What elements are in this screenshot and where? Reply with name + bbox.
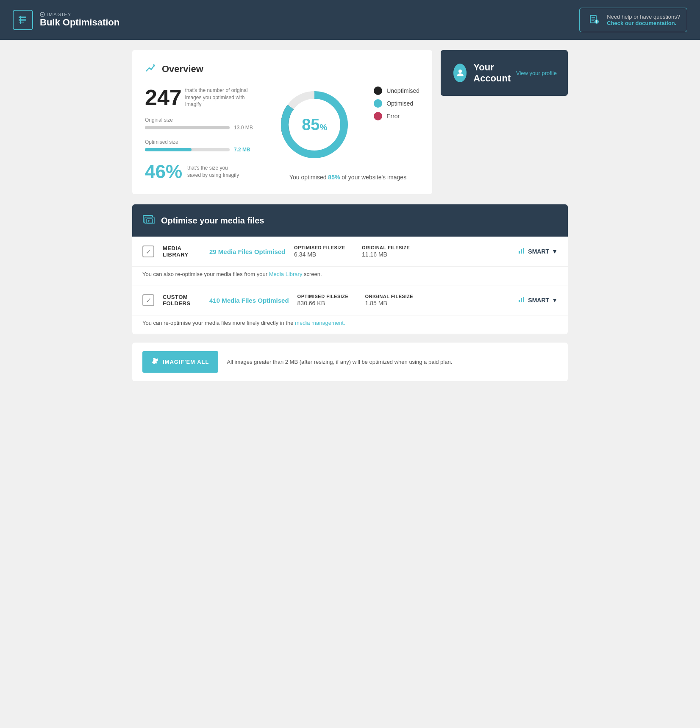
svg-rect-16 [519,300,520,302]
page-title: Bulk Optimisation [40,17,119,28]
gear-icon [152,358,158,366]
media-management-link[interactable]: media management. [295,320,345,326]
header-title-block: IMAGIFY Bulk Optimisation [40,12,119,28]
legend: Unoptimised Optimised Error [374,86,419,120]
account-avatar [453,64,467,82]
media-header: Optimise your media files [132,204,568,237]
svg-rect-14 [521,249,522,254]
bulk-optimisation-icon [13,10,33,30]
original-size-bar-fill [145,126,230,129]
account-card: Your Account View your profile [441,50,568,96]
media-library-link[interactable]: Media Library [269,271,303,277]
header-help-text: Need help or have questions? Check our d… [607,14,680,26]
original-size-section: Original size 13.0 MB [145,117,276,131]
account-left: Your Account [453,62,516,84]
optimised-size-value: 7.2 MB [234,147,250,153]
smart-dropdown-icon: ▼ [552,248,558,255]
svg-point-9 [458,70,462,73]
imagifem-bar: IMAGIF'EM ALL All images greater than 2 … [132,343,568,381]
svg-rect-0 [19,17,26,18]
custom-folders-orig-filesize: ORIGINAL FILESIZE 1.85 MB [365,294,425,307]
smart-dropdown-icon-2: ▼ [552,297,558,304]
media-library-orig-filesize: ORIGINAL FILESIZE 11.16 MB [362,245,421,258]
svg-rect-15 [523,248,524,254]
svg-rect-13 [519,251,520,254]
media-library-main: ✓ MEDIA LIBRARY 29 Media Files Optimised… [132,237,568,266]
account-title: Your Account [473,62,516,84]
images-count-row: 247 that's the number of original images… [145,86,276,109]
legend-label-error: Error [386,113,400,120]
smart-icon [518,247,525,256]
media-library-files-count: 29 Media Files Optimised [209,248,286,255]
optimised-size-label: Optimised size [145,139,276,145]
header-help: Need help or have questions? Check our d… [579,8,687,32]
custom-folders-name: CUSTOM FOLDERS [163,294,201,307]
legend-item-unoptimised: Unoptimised [374,86,419,95]
document-icon [586,12,602,28]
donut-chart: 85% [276,86,353,163]
chart-icon [145,62,157,76]
custom-folders-opt-filesize: OPTIMISED FILESIZE 830.66 KB [297,294,357,307]
header: IMAGIFY Bulk Optimisation Need help or h… [0,0,700,40]
original-size-label: Original size [145,117,276,123]
media-library-row: ✓ MEDIA LIBRARY 29 Media Files Optimised… [132,237,568,285]
svg-rect-18 [523,297,524,302]
custom-folders-main: ✓ CUSTOM FOLDERS 410 Media Files Optimis… [132,285,568,315]
optimised-dot [374,99,382,108]
custom-folders-files-count: 410 Media Files Optimised [209,297,289,304]
imagifem-desc: All images greater than 2 MB (after resi… [227,359,452,365]
svg-rect-17 [521,298,522,302]
images-count-desc: that's the number of original images you… [185,87,249,108]
media-section: Optimise your media files ✓ MEDIA LIBRAR… [132,204,568,334]
media-library-checkbox[interactable]: ✓ [142,245,154,257]
legend-label-unoptimised: Unoptimised [386,87,419,94]
custom-folders-row: ✓ CUSTOM FOLDERS 410 Media Files Optimis… [132,285,568,334]
original-size-bar-bg [145,126,230,129]
stats-left: 247 that's the number of original images… [145,86,276,182]
svg-rect-2 [19,22,24,23]
optimised-size-section: Optimised size 7.2 MB [145,139,276,153]
legend-item-error: Error [374,112,419,120]
optimised-size-bar-fill [145,148,192,151]
documentation-link[interactable]: Check our documentation. [607,20,680,26]
view-profile-link[interactable]: View your profile [516,70,557,76]
optimised-summary: You optimised 85% of your website's imag… [289,174,406,181]
overview-title-row: Overview [145,62,419,76]
media-library-name: MEDIA LIBRARY [163,245,201,258]
media-library-smart-button[interactable]: SMART ▼ [518,247,558,256]
saved-desc: that's the size you saved by using Imagi… [187,165,242,179]
custom-folders-sub: You can re-optimise your media files mor… [132,315,568,334]
overview-card: Overview 247 that's the number of origin… [132,50,432,194]
stats-right: 85% Unoptimised Optimised [276,86,419,181]
original-size-value: 13.0 MB [234,125,253,131]
imagifem-all-button[interactable]: IMAGIF'EM ALL [142,351,218,373]
media-library-sub: You can also re-optimise your media file… [132,266,568,285]
top-row: Overview 247 that's the number of origin… [132,50,568,194]
error-dot [374,112,382,120]
saved-percent-row: 46% that's the size you saved by using I… [145,161,276,182]
unoptimised-dot [374,86,382,95]
saved-percent: 46% [145,161,182,182]
chart-row: 85% Unoptimised Optimised [276,86,419,163]
legend-item-optimised: Optimised [374,99,419,108]
main-content: Overview 247 that's the number of origin… [125,40,575,391]
donut-percent: 85% [302,116,327,134]
legend-label-optimised: Optimised [386,100,413,107]
original-size-bar-row: 13.0 MB [145,125,276,131]
custom-folders-checkbox[interactable]: ✓ [142,294,154,306]
media-library-opt-filesize: OPTIMISED FILESIZE 6.34 MB [294,245,353,258]
media-section-title: Optimise your media files [161,216,264,226]
optimised-size-bar-bg [145,148,230,151]
overview-heading: Overview [162,64,203,75]
optimised-size-bar-row: 7.2 MB [145,147,276,153]
header-brand: IMAGIFY [40,12,119,17]
media-files-icon [142,213,155,228]
header-left: IMAGIFY Bulk Optimisation [13,10,119,30]
overview-stats: 247 that's the number of original images… [145,86,419,182]
images-count: 247 [145,86,182,109]
donut-label: 85% [302,117,327,133]
svg-rect-1 [19,19,26,21]
custom-folders-smart-button[interactable]: SMART ▼ [518,296,558,305]
smart-icon-2 [518,296,525,305]
